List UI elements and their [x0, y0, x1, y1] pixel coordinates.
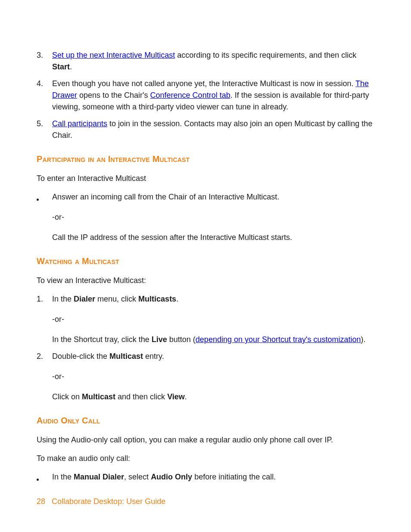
heading-watching: Watching a Multicast	[37, 256, 377, 266]
list-marker: 4.	[37, 78, 52, 113]
watching-step-1: 1. In the Dialer menu, click Multicasts.…	[37, 293, 377, 345]
bullet-marker	[37, 471, 52, 483]
text: .	[185, 392, 187, 401]
list-marker: 5.	[37, 118, 52, 141]
link-setup-multicast[interactable]: Set up the next Interactive Multicast	[52, 51, 175, 59]
text: button (	[167, 335, 196, 344]
bullet-icon	[37, 479, 39, 481]
bullet-icon	[37, 199, 39, 201]
setup-multicast-steps: 3. Set up the next Interactive Multicast…	[37, 50, 377, 141]
list-marker: 2.	[37, 351, 52, 403]
paragraph: Using the Audio-only call option, you ca…	[37, 434, 377, 446]
text: .	[176, 295, 178, 303]
heading-audio-only: Audio Only Call	[37, 416, 377, 426]
step-5: 5. Call participants to join in the sess…	[37, 118, 377, 141]
text: entry.	[143, 352, 164, 361]
step-4: 4. Even though you have not called anyon…	[37, 78, 377, 113]
paragraph: To view an Interactive Multicast:	[37, 275, 377, 286]
step-1-alt: In the Shortcut tray, click the Live but…	[52, 334, 377, 345]
or-separator: -or-	[52, 212, 377, 223]
step-body: Call participants to join in the session…	[52, 118, 377, 141]
list-item: In the Manual Dialer, select Audio Only …	[37, 471, 377, 483]
bold-start: Start	[52, 62, 70, 71]
bold-dialer: Dialer	[74, 295, 95, 303]
link-shortcut-customization[interactable]: depending on your Shortcut tray's custom…	[196, 335, 361, 344]
text: and then click	[115, 392, 167, 401]
text: .	[70, 62, 72, 71]
text: before initiating the call.	[192, 473, 276, 481]
text: opens to the Chair's	[77, 91, 150, 100]
text: menu, click	[95, 295, 138, 303]
text: according to its specific requirements, …	[175, 51, 356, 59]
list-item: Answer an incoming call from the Chair o…	[37, 191, 377, 243]
list-marker: 1.	[37, 293, 52, 345]
step-body: Even though you have not called anyone y…	[52, 78, 377, 113]
page-number: 28	[37, 497, 45, 506]
heading-participating: Participating in an Interactive Multicas…	[37, 154, 377, 164]
text: Even though you have not called anyone y…	[52, 79, 355, 88]
step-body: Double-click the Multicast entry. -or- C…	[52, 351, 377, 403]
step-body: In the Dialer menu, click Multicasts. -o…	[52, 293, 377, 345]
text: Answer an incoming call from the Chair o…	[52, 193, 279, 201]
list-item-body: Answer an incoming call from the Chair o…	[52, 191, 377, 243]
alt-text: Call the IP address of the session after…	[52, 232, 377, 243]
list-marker: 3.	[37, 50, 52, 73]
participating-bullets: Answer an incoming call from the Chair o…	[37, 191, 377, 243]
link-conference-control-tab[interactable]: Conference Control tab	[150, 91, 230, 100]
list-item-body: In the Manual Dialer, select Audio Only …	[52, 471, 377, 483]
text: In the	[52, 295, 74, 303]
bold-manual-dialer: Manual Dialer	[74, 473, 124, 481]
step-2-alt: Click on Multicast and then click View.	[52, 391, 377, 403]
watching-steps: 1. In the Dialer menu, click Multicasts.…	[37, 293, 377, 403]
document-page: 3. Set up the next Interactive Multicast…	[0, 0, 411, 532]
watching-step-2: 2. Double-click the Multicast entry. -or…	[37, 351, 377, 403]
footer-title: Collaborate Desktop: User Guide	[52, 497, 165, 506]
step-body: Set up the next Interactive Multicast ac…	[52, 50, 377, 73]
or-separator: -or-	[52, 371, 377, 383]
step-3: 3. Set up the next Interactive Multicast…	[37, 50, 377, 73]
bold-multicast: Multicast	[82, 392, 115, 401]
text: In the	[52, 473, 74, 481]
bold-live: Live	[152, 335, 167, 344]
bold-view: View	[167, 392, 185, 401]
text: , select	[124, 473, 151, 481]
paragraph: To enter an Interactive Multicast	[37, 173, 377, 184]
text: Click on	[52, 392, 82, 401]
bullet-marker	[37, 191, 52, 243]
paragraph: To make an audio only call:	[37, 453, 377, 464]
bold-multicasts: Multicasts	[138, 295, 176, 303]
bold-audio-only: Audio Only	[151, 473, 192, 481]
or-separator: -or-	[52, 314, 377, 325]
bold-multicast: Multicast	[109, 352, 143, 361]
link-call-participants[interactable]: Call participants	[52, 119, 107, 128]
text: Double-click the	[52, 352, 109, 361]
text: In the Shortcut tray, click the	[52, 335, 152, 344]
text: ).	[361, 335, 366, 344]
audio-only-bullets: In the Manual Dialer, select Audio Only …	[37, 471, 377, 483]
page-footer: 28 Collaborate Desktop: User Guide	[37, 497, 165, 506]
